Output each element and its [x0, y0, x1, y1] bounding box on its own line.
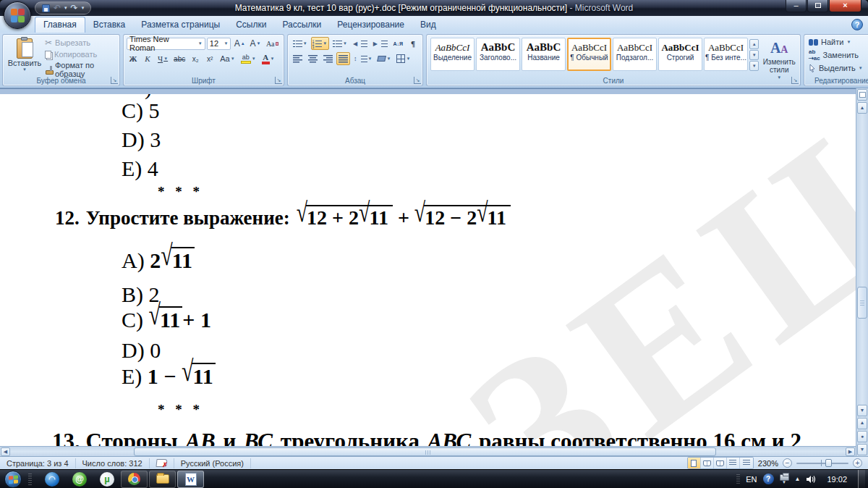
- undo-icon[interactable]: ↶: [54, 3, 61, 13]
- vertical-scroll-track[interactable]: [856, 114, 868, 404]
- tab-page-layout[interactable]: Разметка страницы: [133, 17, 228, 33]
- bullets-button[interactable]: ▼: [291, 37, 310, 50]
- tab-insert[interactable]: Вставка: [85, 17, 134, 33]
- scroll-up-icon[interactable]: ▲: [857, 102, 867, 114]
- office-button[interactable]: [4, 1, 31, 29]
- outline-view-button[interactable]: [727, 458, 740, 468]
- strikethrough-button[interactable]: abc: [171, 52, 187, 65]
- shading-button[interactable]: ▼: [375, 52, 393, 65]
- align-center-button[interactable]: [306, 52, 320, 65]
- zoom-slider-thumb[interactable]: [825, 459, 832, 467]
- mail-agent-icon[interactable]: @: [72, 472, 87, 487]
- font-name-combo[interactable]: Times New Roman▼: [127, 38, 205, 50]
- show-desktop-button[interactable]: [858, 470, 865, 488]
- language-indicator[interactable]: Русский (Россия): [174, 458, 251, 468]
- grow-font-button[interactable]: А▲: [232, 37, 247, 50]
- subscript-button[interactable]: x₂: [189, 52, 202, 65]
- scroll-left-icon[interactable]: ◀: [1, 447, 10, 456]
- ruler-toggle-button[interactable]: [857, 89, 867, 101]
- style-tile[interactable]: AaBbCЗаголово...: [476, 38, 520, 71]
- vertical-scroll-thumb[interactable]: [857, 287, 867, 319]
- undo-dropdown-icon[interactable]: ▾: [64, 5, 67, 11]
- select-browse-object-button[interactable]: ●: [857, 431, 867, 442]
- replace-button[interactable]: ab⇢acЗаменить: [809, 49, 868, 62]
- proofing-status[interactable]: [150, 458, 174, 468]
- page-indicator[interactable]: Страница: 3 из 4: [0, 458, 76, 468]
- full-screen-reading-view-button[interactable]: [701, 458, 714, 468]
- tab-home[interactable]: Главная: [35, 17, 85, 33]
- zoom-in-button[interactable]: +: [853, 458, 862, 468]
- numbering-button[interactable]: ▼: [311, 37, 330, 50]
- vertical-scrollbar[interactable]: ▲ ▼ ▲ ● ▼: [856, 88, 868, 456]
- underline-button[interactable]: Ч▼: [156, 52, 170, 65]
- justify-button[interactable]: [336, 52, 350, 65]
- close-button[interactable]: ×: [829, 0, 861, 12]
- style-tile[interactable]: AaBbCcIВыделение: [430, 38, 475, 71]
- document-page[interactable]: ОБРАЗЕЦ ) C) 5 D) 3 E) 4 * * * 12. Упрос…: [0, 94, 856, 446]
- format-painter-button[interactable]: Формат по образцу: [45, 61, 119, 78]
- minimize-button[interactable]: –: [786, 0, 807, 12]
- taskbar-chrome-button[interactable]: [121, 471, 148, 488]
- borders-button[interactable]: ▼: [394, 52, 412, 65]
- align-left-button[interactable]: [291, 52, 305, 65]
- styles-scroll-up-icon[interactable]: ▲: [749, 39, 759, 49]
- clipboard-dialog-launcher-icon[interactable]: ↘: [111, 77, 118, 84]
- utorrent-icon[interactable]: µ: [100, 472, 114, 487]
- scroll-right-icon[interactable]: ▶: [846, 447, 855, 456]
- multilevel-list-button[interactable]: ▼: [331, 37, 349, 50]
- scroll-down-icon[interactable]: ▼: [857, 405, 867, 416]
- increase-indent-button[interactable]: ▶: [371, 37, 390, 50]
- select-button[interactable]: Выделить▼: [809, 64, 868, 72]
- decrease-indent-button[interactable]: ◀: [351, 37, 370, 50]
- restore-button[interactable]: [807, 0, 828, 12]
- taskbar-clock[interactable]: 19:02: [822, 475, 852, 484]
- shrink-font-button[interactable]: А▼: [248, 37, 263, 50]
- start-button[interactable]: [4, 471, 22, 488]
- cut-button[interactable]: ✂Вырезать: [45, 38, 119, 48]
- keyboard-language-indicator[interactable]: EN: [746, 475, 757, 484]
- italic-button[interactable]: К: [141, 52, 154, 65]
- paragraph-dialog-launcher-icon[interactable]: ↘: [414, 77, 421, 84]
- zoom-slider[interactable]: [796, 458, 848, 468]
- show-hidden-icons-button[interactable]: ▲: [795, 476, 801, 482]
- next-page-button[interactable]: ▼: [857, 444, 867, 455]
- style-tile-selected[interactable]: AaBbCcI¶ Обычный: [567, 38, 611, 71]
- show-marks-button[interactable]: ¶: [407, 37, 420, 50]
- horizontal-scroll-thumb[interactable]: [134, 447, 716, 456]
- styles-dialog-launcher-icon[interactable]: ↘: [791, 77, 799, 84]
- font-size-combo[interactable]: 12▼: [207, 38, 231, 50]
- style-tile[interactable]: AaBbCcIСтрогий: [658, 38, 702, 71]
- superscript-button[interactable]: x²: [203, 52, 216, 65]
- clear-formatting-button[interactable]: Aa: [264, 37, 281, 50]
- style-tile[interactable]: AaBbCcIПодзагол...: [613, 38, 657, 71]
- change-case-button[interactable]: Aa▼: [218, 52, 237, 65]
- print-layout-view-button[interactable]: [688, 458, 701, 468]
- tab-review[interactable]: Рецензирование: [329, 17, 412, 33]
- zoom-level[interactable]: 230%: [758, 459, 778, 468]
- tab-references[interactable]: Ссылки: [228, 17, 274, 33]
- redo-icon[interactable]: ↷: [71, 3, 78, 13]
- copy-button[interactable]: Копировать: [45, 50, 119, 59]
- help-icon[interactable]: ?: [851, 19, 863, 30]
- volume-icon[interactable]: [806, 475, 816, 484]
- style-tile[interactable]: AaBbCНазвание: [522, 38, 566, 71]
- save-icon[interactable]: [42, 4, 50, 12]
- horizontal-scrollbar[interactable]: ◀ ▶: [0, 446, 856, 456]
- tray-device-icon[interactable]: ▼: [780, 474, 789, 484]
- styles-gallery-more-icon[interactable]: ▼: [749, 61, 759, 71]
- font-dialog-launcher-icon[interactable]: ↘: [275, 77, 282, 84]
- line-spacing-button[interactable]: ↕▼: [352, 52, 374, 65]
- previous-page-button[interactable]: ▲: [857, 418, 867, 429]
- paste-dropdown-icon[interactable]: ▼: [22, 67, 27, 72]
- web-layout-view-button[interactable]: [714, 458, 727, 468]
- highlight-button[interactable]: ab▼: [239, 52, 258, 65]
- tab-mailings[interactable]: Рассылки: [274, 17, 329, 33]
- font-color-button[interactable]: А▼: [260, 52, 277, 65]
- qat-customize-icon[interactable]: ▾: [82, 5, 85, 11]
- bold-button[interactable]: Ж: [127, 52, 140, 65]
- document-area[interactable]: ОБРАЗЕЦ ) C) 5 D) 3 E) 4 * * * 12. Упрос…: [0, 94, 856, 446]
- word-count[interactable]: Число слов: 312: [76, 458, 150, 468]
- tab-view[interactable]: Вид: [412, 17, 444, 33]
- style-tile[interactable]: AaBbCcI¶ Без инте...: [704, 38, 748, 71]
- align-right-button[interactable]: [321, 52, 335, 65]
